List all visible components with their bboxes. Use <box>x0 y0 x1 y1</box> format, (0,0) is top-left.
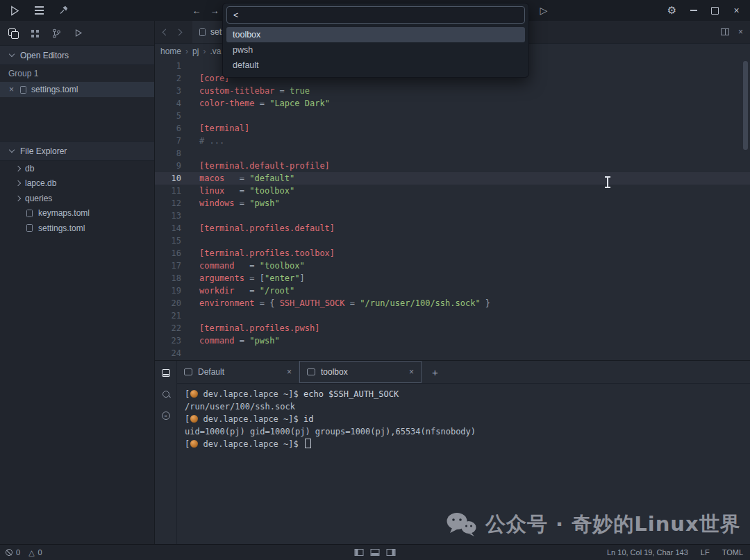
nav-back-icon[interactable]: ← <box>189 3 204 18</box>
tree-item-keymaps.toml[interactable]: keymaps.toml <box>0 206 154 221</box>
terminal-line: uid=1000(pj) gid=1000(pj) groups=1000(pj… <box>185 425 750 438</box>
breadcrumb-item[interactable]: .va <box>210 46 221 56</box>
maximize-button[interactable] <box>706 3 724 18</box>
code-line[interactable]: 22[terminal.profiles.pwsh] <box>155 322 750 334</box>
tool-icon[interactable] <box>56 3 71 18</box>
run-icon[interactable]: ▷ <box>536 5 551 16</box>
code-line[interactable]: 3custom-titlebar = true <box>155 85 750 97</box>
editor-scrollbar[interactable] <box>743 61 748 150</box>
editor-area: settings.toml × home›pj›.va 12[core]3cus… <box>155 21 750 545</box>
plugins-icon[interactable] <box>28 27 41 40</box>
file-explorer-icon[interactable] <box>7 27 19 40</box>
code-line[interactable]: 14[terminal.profiles.default] <box>155 222 750 235</box>
line-number: 7 <box>155 135 181 147</box>
code-line[interactable]: 5 <box>155 110 750 122</box>
cursor-position[interactable]: Ln 10, Col 19, Char 143 <box>607 548 688 557</box>
minimize-button[interactable] <box>684 3 703 18</box>
code-line[interactable]: 12windows = "pwsh" <box>155 197 750 210</box>
file-icon <box>26 210 33 217</box>
open-editor-file-name: settings.toml <box>31 85 78 94</box>
close-terminal-icon[interactable]: × <box>287 367 292 377</box>
code-line[interactable]: 15 <box>155 235 750 247</box>
code-line[interactable]: 6[terminal] <box>155 122 750 135</box>
terminal-tab-toolbox[interactable]: toolbox× <box>299 361 422 383</box>
file-icon <box>26 224 33 232</box>
code-line[interactable]: 13 <box>155 210 750 222</box>
language-mode[interactable]: TOML <box>722 548 743 557</box>
code-line[interactable]: 16[terminal.profiles.toolbox] <box>155 247 750 260</box>
palette-item-toolbox[interactable]: toolbox <box>226 27 525 42</box>
code-line[interactable]: 17command = "toolbox" <box>155 260 750 272</box>
search-icon[interactable] <box>160 389 172 400</box>
tree-item-db[interactable]: db <box>0 161 154 176</box>
warnings-indicator[interactable]: △ 0 <box>28 548 42 557</box>
terminal-tab-label: toolbox <box>321 367 403 377</box>
code-line[interactable]: 9[terminal.default-profile] <box>155 160 750 172</box>
editor-forward-icon[interactable] <box>176 27 181 37</box>
tree-item-settings.toml[interactable]: settings.toml <box>0 221 154 236</box>
code-line-text: command = "pwsh" <box>181 334 280 347</box>
close-window-button[interactable]: × <box>727 3 746 18</box>
open-editor-item[interactable]: ×settings.toml <box>0 82 154 97</box>
code-line[interactable]: 23command = "pwsh" <box>155 334 750 347</box>
terminal-panel-icon[interactable] <box>160 367 172 378</box>
code-line[interactable]: 8 <box>155 147 750 160</box>
code-line[interactable]: 20environment = { SSH_AUTH_SOCK = "/run/… <box>155 297 750 309</box>
close-editor-icon[interactable]: × <box>738 27 743 37</box>
code-line-text: linux = "toolbox" <box>181 185 294 197</box>
nav-forward-icon[interactable]: → <box>207 3 222 18</box>
close-file-icon[interactable]: × <box>9 85 15 94</box>
code-line-text: color-theme = "Lapce Dark" <box>181 97 330 110</box>
editor-back-icon[interactable] <box>163 27 168 37</box>
breadcrumb-item[interactable]: pj <box>192 46 199 56</box>
breadcrumb-separator: › <box>203 46 206 56</box>
tree-item-lapce.db[interactable]: lapce.db <box>0 176 154 192</box>
new-terminal-button[interactable]: + <box>422 361 449 383</box>
line-number: 24 <box>155 347 181 359</box>
palette-item-default[interactable]: default <box>226 58 525 73</box>
code-line[interactable]: 24 <box>155 347 750 359</box>
terminal-output: uid=1000(pj) gid=1000(pj) groups=1000(pj… <box>185 427 476 436</box>
code-line[interactable]: 10macos = "default" <box>155 172 750 185</box>
menu-icon[interactable] <box>31 3 47 18</box>
lapce-window: ← → ▷ ⚙ × Open E <box>0 0 750 560</box>
toolbox-emoji-icon <box>190 390 198 398</box>
tree-item-queries[interactable]: queries <box>0 191 154 206</box>
code-editor[interactable]: 12[core]3custom-titlebar = true4color-th… <box>155 59 750 360</box>
code-line-text: [terminal.profiles.default] <box>181 222 335 235</box>
breadcrumb-item[interactable]: home <box>160 46 181 56</box>
code-line-text: [terminal.default-profile] <box>181 160 330 172</box>
mouse-ibeam-cursor <box>607 178 608 187</box>
code-line[interactable]: 18arguments = ["enter"] <box>155 272 750 285</box>
close-terminal-icon[interactable]: × <box>409 367 414 377</box>
toggle-bottom-panel-icon[interactable] <box>371 549 380 556</box>
palette-input[interactable]: < <box>226 6 525 24</box>
toggle-right-panel-icon[interactable] <box>387 549 396 556</box>
code-line-text: [terminal.profiles.pwsh] <box>181 322 319 334</box>
debug-icon[interactable] <box>72 27 84 40</box>
code-line[interactable]: 11linux = "toolbox" <box>155 185 750 197</box>
terminal-output: /run/user/100/ssh.sock <box>185 402 295 411</box>
line-ending-indicator[interactable]: LF <box>701 548 710 557</box>
errors-indicator[interactable]: 0 <box>6 548 20 557</box>
code-line[interactable]: 19workdir = "/root" <box>155 285 750 297</box>
problems-icon[interactable]: × <box>160 410 172 421</box>
split-editor-icon[interactable] <box>721 28 729 35</box>
open-editors-list: ×settings.toml <box>0 82 154 97</box>
code-line-text: command = "toolbox" <box>181 260 305 272</box>
code-line-text <box>181 60 199 72</box>
open-editors-section[interactable]: Open Editors <box>0 45 154 65</box>
palette-item-pwsh[interactable]: pwsh <box>226 42 525 58</box>
chevron-right-icon <box>15 180 21 186</box>
source-control-icon[interactable] <box>50 27 62 40</box>
terminal-prompt: [ dev.lapce.lapce ~]$ <box>185 439 303 449</box>
code-line[interactable]: 7# ... <box>155 135 750 147</box>
code-line[interactable]: 4color-theme = "Lapce Dark" <box>155 97 750 110</box>
terminal-tab-Default[interactable]: Default× <box>177 361 299 383</box>
code-line-text: environment = { SSH_AUTH_SOCK = "/run/us… <box>181 297 490 309</box>
toggle-left-panel-icon[interactable] <box>355 549 364 556</box>
code-line-text: # ... <box>181 135 224 147</box>
file-explorer-section[interactable]: File Explorer <box>0 141 154 161</box>
code-line[interactable]: 21 <box>155 309 750 322</box>
settings-gear-icon[interactable]: ⚙ <box>662 3 681 18</box>
